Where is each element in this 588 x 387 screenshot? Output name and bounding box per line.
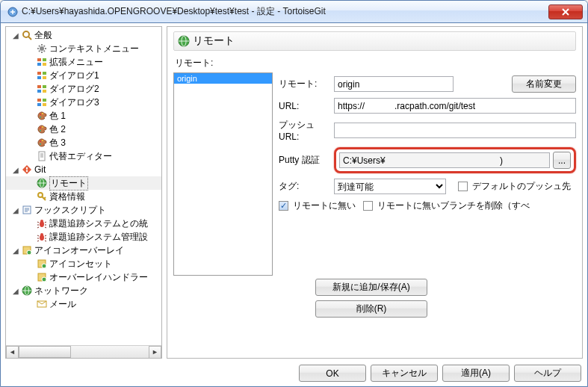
overlay-icon [21,244,33,256]
scroll-left-button[interactable]: ◄ [6,346,19,359]
gear-icon [36,43,48,55]
app-icon [7,6,19,18]
svg-rect-10 [43,76,46,79]
win-icon [36,96,48,108]
remote-actions: 新規に追加/保存(A) 削除(R) [315,279,427,318]
tree-item-リモート[interactable]: リモート [6,176,161,190]
tree-item-ダイアログ3[interactable]: ダイアログ3 [6,96,161,109]
tree-hscrollbar[interactable]: ◄ ► [6,345,161,358]
right-panel: リモート リモート: origin リモート: 名 [167,26,583,359]
cancel-button[interactable]: キャンセル [371,365,438,382]
body: ◢全般コンテキストメニュー拡張メニューダイアログ1ダイアログ2ダイアログ3色 1… [1,23,587,386]
bug-icon [36,231,48,243]
default-push-label: デフォルトのプッシュ先 [472,180,571,193]
svg-point-27 [42,140,43,141]
url-input[interactable] [334,98,576,114]
tree-item-ネットワーク[interactable]: ◢ネットワーク [6,284,161,297]
putty-key-input[interactable] [339,152,550,168]
rename-button[interactable]: 名前変更 [512,75,576,93]
palette-icon [36,123,48,135]
remote-list[interactable]: origin [173,72,273,276]
tree-item-label: フックスクリプト [34,204,106,217]
tree-item-資格情報[interactable]: 資格情報 [6,190,161,203]
tree-item-色 3[interactable]: 色 3 [6,136,161,149]
tree-item-オーバーレイハンドラー[interactable]: オーバーレイハンドラー [6,270,161,284]
default-push-checkbox[interactable] [458,182,468,191]
tree-item-Git[interactable]: ◢Git [6,163,161,176]
push-url-input[interactable] [334,123,576,138]
svg-rect-16 [43,99,46,102]
remote-list-item[interactable]: origin [174,73,272,84]
expand-toggle[interactable]: ◢ [10,206,21,214]
svg-point-21 [42,113,43,114]
expand-toggle[interactable]: ◢ [10,287,21,295]
delete-button[interactable]: 削除(R) [315,300,427,318]
tag-label: タグ: [279,180,331,193]
scroll-thumb[interactable] [19,346,71,358]
svg-rect-17 [37,103,41,106]
svg-rect-11 [37,85,41,88]
browse-button[interactable]: ... [553,152,571,169]
tree-item-フックスクリプト[interactable]: ◢フックスクリプト [6,203,161,217]
globe-icon [178,35,190,47]
tree-item-代替エディター[interactable]: 代替エディター [6,149,161,163]
prune1-checkbox[interactable]: ✓ [279,201,288,211]
tree-item-label: 拡張メニュー [49,56,103,69]
expand-toggle[interactable]: ◢ [10,247,21,255]
win-icon [36,56,48,68]
tree-item-アイコンオーバーレイ[interactable]: ◢アイコンオーバーレイ [6,244,161,257]
svg-point-26 [40,143,41,145]
remote-name-input[interactable] [334,76,454,92]
scroll-right-button[interactable]: ► [149,346,161,359]
hook-icon [21,204,33,216]
git-icon [21,164,33,176]
scroll-track[interactable] [19,346,149,358]
tree-item-課題追跡システムとの統[interactable]: 課題追跡システムとの統 [6,217,161,230]
putty-label: Putty 認証 [279,154,331,167]
tree-item-ダイアログ1[interactable]: ダイアログ1 [6,69,161,82]
overlay-icon [36,258,48,270]
doc-icon [36,150,48,162]
prune2-checkbox[interactable] [363,201,373,211]
add-save-button[interactable]: 新規に追加/保存(A) [315,279,427,296]
apply-button[interactable]: 適用(A) [442,365,510,382]
expand-toggle[interactable]: ◢ [10,166,21,174]
tree-item-色 2[interactable]: 色 2 [6,123,161,136]
section-header: リモート [173,31,576,51]
mail-icon [36,298,48,310]
tree-item-アイコンセット[interactable]: アイコンセット [6,257,161,270]
close-button[interactable] [548,4,583,19]
settings-window: C:¥Users¥hayashida.OPENGROOVE¥Desktop¥te… [0,0,588,387]
titlebar[interactable]: C:¥Users¥hayashida.OPENGROOVE¥Desktop¥te… [1,1,587,23]
remote-list-label: リモート: [175,57,576,69]
tree-item-label: 代替エディター [49,150,112,163]
main-row: ◢全般コンテキストメニュー拡張メニューダイアログ1ダイアログ2ダイアログ3色 1… [5,26,583,359]
tree-item-label: リモート [49,176,88,191]
settings-tree[interactable]: ◢全般コンテキストメニュー拡張メニューダイアログ1ダイアログ2ダイアログ3色 1… [6,27,161,345]
tag-select[interactable]: 到達可能 [334,179,446,194]
bug-icon [36,217,48,229]
tree-item-label: 色 2 [49,123,66,136]
svg-rect-3 [37,58,41,61]
tree-item-label: 資格情報 [49,191,85,203]
svg-point-22 [40,127,41,129]
help-button[interactable]: ヘルプ [514,365,581,382]
tree-item-label: ダイアログ2 [49,83,99,96]
tree-item-拡張メニュー[interactable]: 拡張メニュー [6,55,161,69]
tree-item-コンテキストメニュー[interactable]: コンテキストメニュー [6,42,161,55]
tree-item-課題追跡システム管理設[interactable]: 課題追跡システム管理設 [6,230,161,244]
expand-toggle[interactable]: ◢ [10,31,21,40]
ok-button[interactable]: OK [299,365,366,382]
globe-icon [21,285,33,297]
tree-item-メール[interactable]: メール [6,297,161,311]
tree-item-label: 色 3 [49,137,66,149]
svg-point-1 [23,31,29,37]
svg-rect-12 [43,85,46,88]
push-url-label: プッシュ URL: [279,119,331,142]
tree-item-色 1[interactable]: 色 1 [6,109,161,123]
tree-item-全般[interactable]: ◢全般 [6,28,161,42]
tree-item-ダイアログ2[interactable]: ダイアログ2 [6,82,161,96]
svg-rect-18 [43,103,46,106]
putty-highlight: ... [334,147,576,173]
tree-item-label: 課題追跡システム管理設 [49,231,148,244]
